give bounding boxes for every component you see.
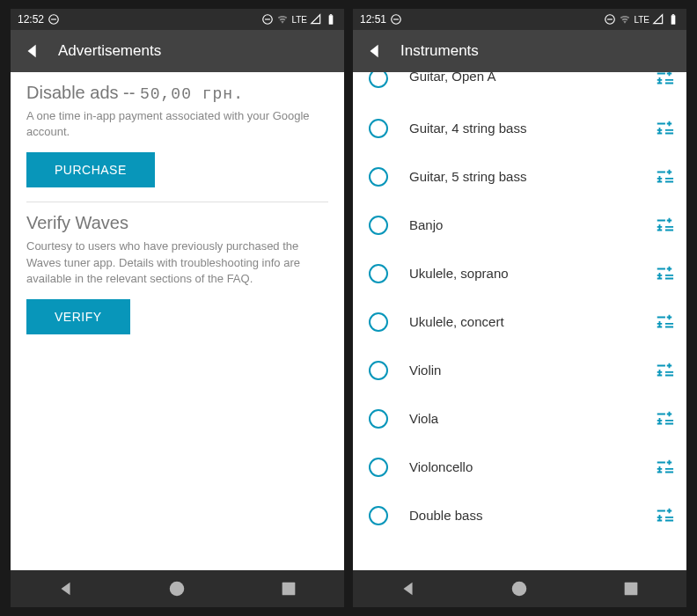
svg-rect-4 [329, 15, 334, 24]
section-title: Disable ads -- 50,00 грн. [26, 83, 328, 103]
status-time: 12:52 [18, 13, 44, 26]
tune-icon[interactable] [655, 216, 674, 235]
app-bar: Instruments [353, 30, 686, 72]
instrument-label: Ukulele, concert [409, 314, 655, 329]
price: 50,00 грн. [140, 85, 244, 103]
status-net: LTE [291, 15, 307, 25]
instrument-item[interactable]: Double bass [353, 491, 686, 539]
section-desc: Courtesy to users who have previously pu… [26, 238, 328, 287]
battery-icon [667, 13, 679, 26]
instrument-label: Double bass [409, 508, 655, 523]
instrument-label: Violin [409, 363, 655, 378]
radio-icon[interactable] [369, 167, 388, 187]
purchase-button[interactable]: PURCHASE [26, 152, 155, 187]
disable-ads-section: Disable ads -- 50,00 грн. A one time in-… [11, 72, 344, 202]
nav-recents-icon[interactable] [279, 579, 298, 598]
verify-waves-section: Verify Waves Courtesy to users who have … [11, 202, 344, 348]
nav-home-icon[interactable] [167, 579, 187, 598]
phone-right: 12:51 LTE Instruments Gui [353, 9, 686, 607]
svg-point-14 [512, 582, 527, 597]
tune-icon[interactable] [655, 506, 674, 525]
tune-icon[interactable] [655, 458, 674, 477]
section-title: Verify Waves [26, 213, 328, 233]
app-bar: Advertisements [11, 30, 344, 72]
instrument-item[interactable]: Banjo [353, 201, 686, 249]
instrument-label: Violoncello [409, 459, 655, 474]
nav-bar [353, 570, 686, 607]
content: Disable ads -- 50,00 грн. A one time in-… [11, 72, 344, 570]
minus-circle-icon [604, 13, 616, 26]
instrument-item[interactable]: Ukulele, concert [353, 297, 686, 346]
radio-icon[interactable] [369, 361, 388, 380]
radio-icon[interactable] [369, 119, 388, 138]
tune-icon[interactable] [655, 312, 674, 332]
svg-rect-5 [330, 14, 332, 15]
instrument-label: Banjo [409, 217, 655, 232]
instrument-item[interactable]: Ukulele, soprano [353, 249, 686, 297]
back-icon[interactable] [23, 41, 42, 61]
instrument-label: Guitar, 5 string bass [409, 169, 655, 184]
instrument-label: Viola [409, 411, 655, 426]
nav-back-icon[interactable] [399, 579, 418, 598]
radio-icon[interactable] [369, 72, 388, 88]
instrument-label: Ukulele, soprano [409, 266, 655, 281]
nav-home-icon[interactable] [510, 579, 529, 598]
dnd-icon [390, 13, 402, 26]
svg-rect-13 [672, 14, 674, 15]
instrument-item[interactable]: Guitar, Open A [353, 72, 686, 104]
svg-point-6 [170, 582, 185, 597]
battery-icon [325, 13, 337, 26]
dnd-icon [48, 13, 60, 26]
radio-icon[interactable] [369, 506, 388, 525]
signal-icon [310, 13, 322, 26]
back-icon[interactable] [365, 41, 385, 61]
status-time: 12:51 [360, 13, 386, 26]
svg-rect-7 [282, 583, 295, 596]
content[interactable]: Guitar, Open AGuitar, 4 string bassGuita… [353, 72, 686, 570]
tune-icon[interactable] [655, 361, 674, 380]
verify-button[interactable]: VERIFY [26, 299, 130, 334]
status-bar: 12:52 LTE [11, 9, 344, 30]
instrument-item[interactable]: Guitar, 4 string bass [353, 104, 686, 152]
radio-icon[interactable] [369, 312, 388, 332]
wifi-icon [276, 13, 289, 26]
tune-icon[interactable] [655, 167, 674, 187]
tune-icon[interactable] [655, 264, 674, 283]
app-bar-title: Advertisements [58, 42, 161, 60]
instrument-label: Guitar, Open A [409, 72, 655, 84]
tune-icon[interactable] [655, 409, 674, 429]
radio-icon[interactable] [369, 264, 388, 283]
radio-icon[interactable] [369, 216, 388, 235]
status-net: LTE [634, 15, 649, 25]
svg-rect-12 [671, 15, 676, 24]
instrument-label: Guitar, 4 string bass [409, 121, 655, 136]
phone-left: 12:52 LTE Advertisements [11, 9, 344, 607]
minus-circle-icon [261, 13, 274, 26]
instrument-item[interactable]: Violoncello [353, 443, 686, 491]
instrument-item[interactable]: Viola [353, 394, 686, 443]
status-bar: 12:51 LTE [353, 9, 686, 30]
svg-rect-15 [624, 583, 637, 596]
radio-icon[interactable] [369, 409, 388, 429]
app-bar-title: Instruments [400, 42, 479, 60]
instrument-list: Guitar, Open AGuitar, 4 string bassGuita… [353, 72, 686, 539]
tune-icon[interactable] [655, 72, 674, 88]
nav-recents-icon[interactable] [621, 579, 641, 598]
radio-icon[interactable] [369, 458, 388, 477]
instrument-item[interactable]: Violin [353, 346, 686, 394]
wifi-icon [619, 13, 631, 26]
nav-bar [11, 570, 344, 607]
section-desc: A one time in-app payment associated wit… [26, 108, 328, 140]
nav-back-icon[interactable] [56, 579, 76, 598]
signal-icon [652, 13, 664, 26]
tune-icon[interactable] [655, 119, 674, 138]
instrument-item[interactable]: Guitar, 5 string bass [353, 152, 686, 201]
